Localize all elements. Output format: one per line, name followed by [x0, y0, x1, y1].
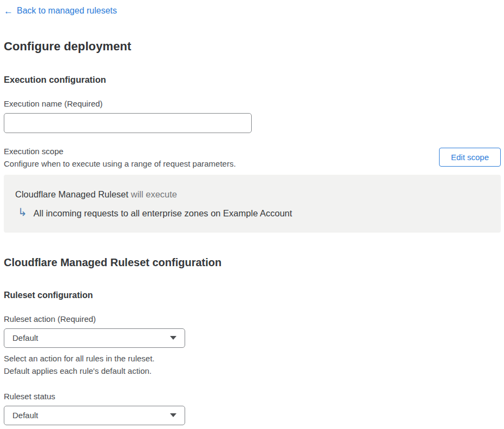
ruleset-action-label: Ruleset action (Required): [4, 314, 501, 324]
ruleset-action-help-line-2: Default applies each rule's default acti…: [4, 365, 501, 377]
chevron-down-icon: [170, 336, 176, 340]
execution-scope-description: Configure when to execute using a range …: [4, 159, 236, 168]
ruleset-action-help: Select an action for all rules in the ru…: [4, 352, 501, 377]
execution-configuration-heading: Execution configuration: [4, 75, 501, 85]
scope-summary-detail: All incoming requests to all enterprise …: [34, 207, 292, 219]
scope-summary-panel: Cloudflare Managed Ruleset will execute …: [4, 175, 501, 233]
execution-name-input[interactable]: [4, 113, 252, 133]
ruleset-configuration-subheading: Ruleset configuration: [4, 291, 501, 300]
page-title: Configure deployment: [4, 39, 501, 54]
scope-summary-detail-row: ↳ All incoming requests to all enterpris…: [15, 207, 490, 219]
ruleset-action-value: Default: [12, 333, 38, 342]
configure-deployment-page: ← Back to managed rulesets Configure dep…: [0, 0, 504, 429]
execution-scope-text: Execution scope Configure when to execut…: [4, 147, 236, 168]
execution-name-label: Execution name (Required): [4, 99, 501, 108]
back-link-label: Back to managed rulesets: [17, 6, 117, 16]
ruleset-status-select[interactable]: Default: [4, 406, 185, 425]
execution-scope-label: Execution scope: [4, 147, 236, 156]
ruleset-status-label: Ruleset status: [4, 392, 501, 401]
ruleset-action-select[interactable]: Default: [4, 328, 185, 348]
ruleset-configuration-heading: Cloudflare Managed Ruleset configuration: [4, 256, 501, 269]
back-arrow-icon: ←: [4, 6, 13, 16]
scope-summary-headline: Cloudflare Managed Ruleset will execute: [15, 189, 490, 200]
execution-scope-row: Execution scope Configure when to execut…: [4, 147, 501, 168]
ruleset-name: Cloudflare Managed Ruleset: [15, 189, 128, 199]
edit-scope-button[interactable]: Edit scope: [439, 148, 501, 167]
ruleset-action-help-line-1: Select an action for all rules in the ru…: [4, 352, 501, 365]
will-execute-text: will execute: [128, 189, 177, 199]
chevron-down-icon: [170, 413, 176, 417]
return-arrow-icon: ↳: [18, 207, 27, 217]
back-to-managed-rulesets-link[interactable]: ← Back to managed rulesets: [4, 6, 117, 16]
ruleset-status-value: Default: [12, 411, 38, 420]
